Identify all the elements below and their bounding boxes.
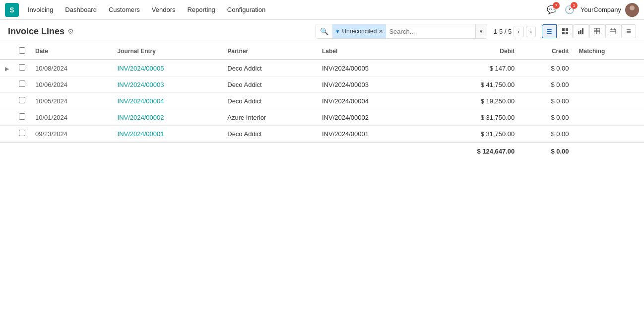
cell-matching [574,77,644,93]
pivot-view-button[interactable] [589,24,604,38]
nav-configuration[interactable]: Configuration [222,3,270,16]
row-checkbox-cell[interactable] [14,77,30,93]
cell-journal-entry[interactable]: INV/2024/00002 [113,109,223,126]
top-navigation: S Invoicing Dashboard Customers Vendors … [0,0,644,20]
pagination: 1-5 / 5 ‹ › [493,26,536,37]
journal-entry-link[interactable]: INV/2024/00003 [118,81,164,88]
row-checkbox-cell[interactable] [14,109,30,126]
row-checkbox[interactable] [19,130,25,136]
cell-journal-entry[interactable]: INV/2024/00005 [113,60,223,77]
cell-journal-entry[interactable]: INV/2024/00003 [113,77,223,93]
svg-rect-8 [582,28,583,34]
svg-rect-4 [562,32,565,34]
row-expand [0,109,14,126]
col-label[interactable]: Label [317,43,427,60]
col-matching[interactable]: Matching [574,43,644,60]
activities-icon[interactable]: 🕐 1 [563,3,577,17]
page-title: Invoice Lines [8,26,64,37]
row-expand [0,93,14,109]
col-debit[interactable]: Debit [427,43,520,60]
table-header-row: Date Journal Entry Partner Label Debit C… [0,43,644,60]
cell-label: INV/2024/00003 [317,77,427,93]
cell-date: 10/01/2024 [30,109,113,126]
cell-debit: $ 31,750.00 [427,109,520,126]
row-checkbox[interactable] [19,64,25,71]
company-name[interactable]: YourCompany [580,6,621,13]
col-journal-entry[interactable]: Journal Entry [113,43,223,60]
row-expand [0,77,14,93]
nav-vendors[interactable]: Vendors [147,3,181,16]
cell-partner: Deco Addict [222,77,317,93]
cell-journal-entry[interactable]: INV/2024/00004 [113,93,223,109]
cell-date: 09/23/2024 [30,126,113,143]
journal-entry-link[interactable]: INV/2024/00004 [118,97,164,105]
table-row: 10/05/2024 INV/2024/00004 Deco Addict IN… [0,93,644,109]
cell-credit: $ 0.00 [519,60,574,77]
nav-dashboard[interactable]: Dashboard [60,3,102,16]
cell-debit: $ 41,750.00 [427,77,520,93]
nav-invoicing[interactable]: Invoicing [23,3,58,16]
cell-matching [574,126,644,143]
row-checkbox-cell[interactable] [14,93,30,109]
search-options-button[interactable]: ▾ [475,24,487,38]
svg-point-1 [628,11,637,17]
kanban-view-button[interactable] [558,24,573,38]
svg-rect-12 [597,31,600,34]
select-all-checkbox[interactable] [19,47,25,54]
user-avatar[interactable] [625,3,639,17]
col-partner[interactable]: Partner [222,43,317,60]
cell-date: 10/05/2024 [30,93,113,109]
row-checkbox[interactable] [19,97,25,103]
chart-view-button[interactable] [574,24,588,38]
cell-date: 10/06/2024 [30,77,113,93]
row-expand: ▶ [0,60,14,77]
cell-matching [574,60,644,77]
cell-journal-entry[interactable]: INV/2024/00001 [113,126,223,143]
cell-debit: $ 31,750.00 [427,126,520,143]
search-button[interactable]: 🔍 [316,24,332,38]
filter-label: Unreconciled [342,28,377,35]
cell-partner: Deco Addict [222,93,317,109]
cell-label: INV/2024/00005 [317,60,427,77]
row-checkbox-cell[interactable] [14,126,30,143]
row-expand [0,126,14,143]
settings-icon[interactable]: ⚙ [67,27,74,35]
total-debit: $ 124,647.00 [427,142,520,159]
svg-rect-3 [566,28,568,31]
column-settings-button[interactable] [621,24,636,38]
prev-page-button[interactable]: ‹ [514,26,523,37]
calendar-view-button[interactable] [605,24,620,38]
view-switcher: ☰ [542,24,636,38]
activities-badge: 1 [571,2,578,9]
journal-entry-link[interactable]: INV/2024/00005 [118,65,164,72]
nav-customers[interactable]: Customers [104,3,145,16]
svg-rect-9 [594,28,596,31]
filter-tag-unreconciled: ▼ Unreconciled ✕ [332,24,386,38]
invoice-lines-table: Date Journal Entry Partner Label Debit C… [0,43,644,159]
col-date[interactable]: Date [30,43,113,60]
table-row: ▶ 10/08/2024 INV/2024/00005 Deco Addict … [0,60,644,77]
svg-point-0 [630,5,635,10]
row-checkbox-cell[interactable] [14,60,30,77]
subheader: Invoice Lines ⚙ 🔍 ▼ Unreconciled ✕ ▾ 1-5… [0,20,644,43]
table-row: 09/23/2024 INV/2024/00001 Deco Addict IN… [0,126,644,143]
totals-row: $ 124,647.00 $ 0.00 [0,142,644,159]
cell-matching [574,93,644,109]
journal-entry-link[interactable]: INV/2024/00001 [118,130,164,138]
col-credit[interactable]: Credit [519,43,574,60]
svg-rect-7 [580,30,581,34]
nav-reporting[interactable]: Reporting [182,3,220,16]
svg-rect-11 [594,31,596,34]
next-page-button[interactable]: › [526,26,536,37]
search-input[interactable] [386,28,475,35]
list-view-button[interactable]: ☰ [542,24,557,38]
messages-icon[interactable]: 💬 7 [545,3,559,17]
pagination-text: 1-5 / 5 [493,28,512,35]
row-checkbox[interactable] [19,113,25,120]
svg-rect-5 [566,32,568,34]
app-icon[interactable]: S [5,3,19,17]
row-checkbox[interactable] [19,80,25,87]
remove-filter-button[interactable]: ✕ [379,28,383,35]
journal-entry-link[interactable]: INV/2024/00002 [118,114,164,121]
messages-badge: 7 [553,2,560,9]
